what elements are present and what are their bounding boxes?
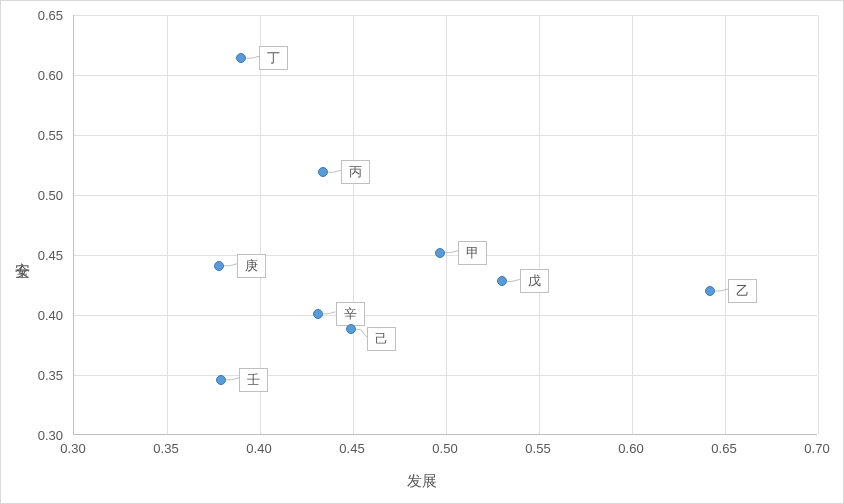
data-label: 辛 bbox=[336, 302, 365, 326]
data-point bbox=[435, 248, 445, 258]
data-label: 己 bbox=[367, 327, 396, 351]
data-label: 戊 bbox=[520, 269, 549, 293]
gridline-v bbox=[632, 15, 633, 434]
data-point bbox=[214, 261, 224, 271]
y-tick-label: 0.65 bbox=[9, 8, 63, 23]
x-axis-label: 发展 bbox=[407, 472, 437, 491]
data-point bbox=[216, 375, 226, 385]
x-tick-label: 0.55 bbox=[513, 441, 563, 456]
data-point bbox=[705, 286, 715, 296]
data-label: 甲 bbox=[458, 241, 487, 265]
y-tick-label: 0.40 bbox=[9, 308, 63, 323]
data-label: 乙 bbox=[728, 279, 757, 303]
y-tick-label: 0.55 bbox=[9, 128, 63, 143]
x-tick-label: 0.70 bbox=[792, 441, 842, 456]
x-tick-label: 0.50 bbox=[420, 441, 470, 456]
y-tick-label: 0.50 bbox=[9, 188, 63, 203]
gridline-v bbox=[353, 15, 354, 434]
x-tick-label: 0.60 bbox=[606, 441, 656, 456]
data-label: 丁 bbox=[259, 46, 288, 70]
data-label: 庚 bbox=[237, 254, 266, 278]
data-label: 丙 bbox=[341, 160, 370, 184]
data-point bbox=[346, 324, 356, 334]
gridline-v bbox=[167, 15, 168, 434]
gridline-v bbox=[539, 15, 540, 434]
data-point bbox=[318, 167, 328, 177]
data-point bbox=[313, 309, 323, 319]
data-point bbox=[497, 276, 507, 286]
plot-area: 丁丙甲戊乙庚辛己壬 bbox=[73, 15, 817, 435]
x-tick-label: 0.40 bbox=[234, 441, 284, 456]
chart-container: 丁丙甲戊乙庚辛己壬 安全 发展 0.300.350.400.450.500.55… bbox=[0, 0, 844, 504]
x-tick-label: 0.30 bbox=[48, 441, 98, 456]
data-label: 壬 bbox=[239, 368, 268, 392]
gridline-v bbox=[818, 15, 819, 434]
y-tick-label: 0.35 bbox=[9, 368, 63, 383]
y-tick-label: 0.60 bbox=[9, 68, 63, 83]
x-tick-label: 0.65 bbox=[699, 441, 749, 456]
x-tick-label: 0.45 bbox=[327, 441, 377, 456]
data-point bbox=[236, 53, 246, 63]
y-tick-label: 0.45 bbox=[9, 248, 63, 263]
gridline-v bbox=[725, 15, 726, 434]
x-tick-label: 0.35 bbox=[141, 441, 191, 456]
gridline-v bbox=[446, 15, 447, 434]
